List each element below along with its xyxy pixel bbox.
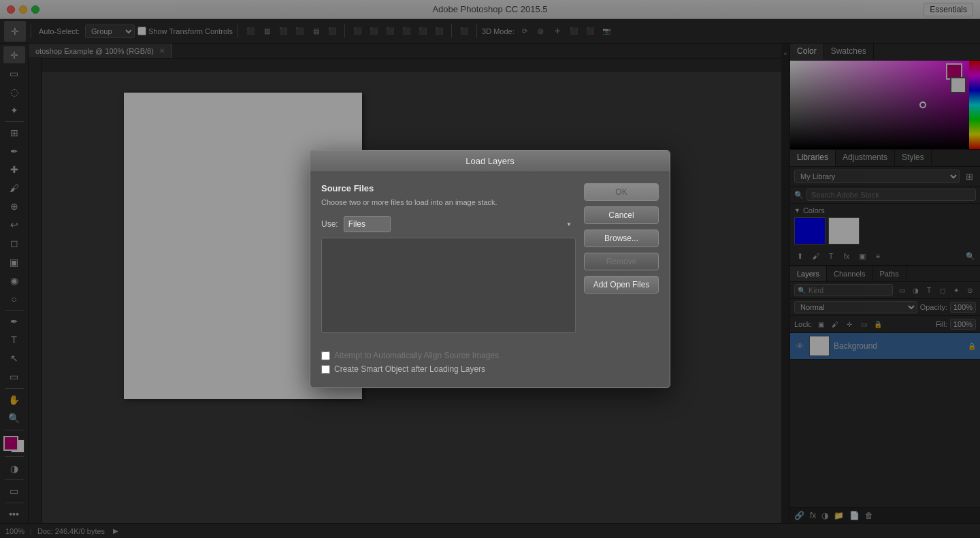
load-layers-dialog: Load Layers Source Files Choose two or m… (310, 150, 670, 388)
modal-overlay: Load Layers Source Files Choose two or m… (0, 0, 980, 538)
dialog-left: Source Files Choose two or more files to… (321, 183, 576, 333)
dialog-footer: Attempt to Automatically Align Source Im… (310, 344, 670, 387)
align-checkbox-row: Attempt to Automatically Align Source Im… (321, 351, 659, 360)
smart-checkbox-row: Create Smart Object after Loading Layers (321, 364, 659, 374)
dialog-body: Source Files Choose two or more files to… (310, 172, 670, 344)
ok-button[interactable]: OK (584, 183, 659, 201)
source-files-desc: Choose two or more files to load into an… (321, 197, 576, 208)
use-dropdown-wrapper: Files Folders (344, 216, 576, 232)
browse-button[interactable]: Browse... (584, 230, 659, 247)
align-checkbox[interactable] (321, 351, 330, 360)
align-checkbox-label[interactable]: Attempt to Automatically Align Source Im… (334, 351, 499, 360)
smart-object-checkbox-label[interactable]: Create Smart Object after Loading Layers (334, 364, 485, 374)
dialog-titlebar: Load Layers (310, 151, 670, 172)
use-row: Use: Files Folders (321, 216, 576, 232)
add-open-files-button[interactable]: Add Open Files (584, 276, 659, 294)
use-label: Use: (321, 219, 338, 229)
remove-button[interactable]: Remove (584, 253, 659, 270)
dialog-title: Load Layers (466, 156, 514, 166)
source-files-label: Source Files (321, 183, 576, 193)
dialog-right: OK Cancel Browse... Remove Add Open File… (584, 183, 659, 333)
files-list[interactable] (321, 238, 576, 333)
use-dropdown[interactable]: Files Folders (344, 216, 391, 232)
smart-object-checkbox[interactable] (321, 365, 330, 374)
cancel-button[interactable]: Cancel (584, 206, 659, 224)
